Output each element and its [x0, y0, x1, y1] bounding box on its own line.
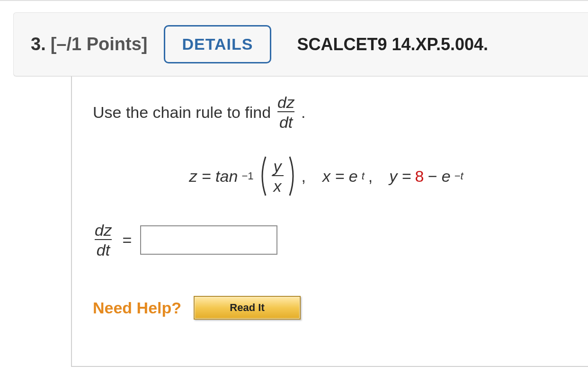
equation-line: z = tan−1 y x , x = et , y = 8 − e−t	[93, 156, 560, 196]
instruction-suffix: .	[301, 103, 305, 122]
right-paren-icon	[287, 156, 298, 196]
answer-input[interactable]	[140, 225, 277, 255]
x-exp: t	[362, 170, 365, 182]
instruction-prefix: Use the chain rule to find	[93, 103, 271, 122]
y-exp: −t	[454, 170, 463, 182]
frac-den: dt	[277, 111, 294, 130]
q-number-text: 3.	[31, 34, 46, 54]
y-over-x-fraction: y x	[272, 158, 284, 194]
z-equals-tan: z = tan	[189, 167, 238, 186]
instruction-text: Use the chain rule to find dz dt .	[93, 89, 588, 130]
need-help-row: Need Help? Read It	[93, 296, 588, 320]
equals-sign: =	[122, 231, 132, 249]
points-text: [–/1 Points]	[51, 34, 148, 54]
dz-dt-fraction: dz dt	[276, 94, 296, 130]
y-constant: 8	[415, 167, 424, 186]
question-header: 3. [–/1 Points] DETAILS SCALCET9 14.XP.5…	[13, 12, 588, 76]
tan-exponent: −1	[241, 170, 253, 182]
yx-den: x	[272, 175, 284, 194]
details-button[interactable]: DETAILS	[164, 25, 272, 63]
answer-fraction: dz dt	[93, 222, 114, 258]
question-body: Use the chain rule to find dz dt . z = t…	[71, 76, 588, 367]
need-help-label: Need Help?	[93, 299, 181, 317]
question-number: 3. [–/1 Points]	[31, 34, 148, 54]
y-equals: y =	[389, 167, 411, 186]
eq-comma2: ,	[368, 167, 373, 186]
ans-frac-num: dz	[93, 222, 114, 239]
ans-frac-den: dt	[95, 239, 112, 258]
y-minus-e: − e	[428, 167, 450, 186]
problem-reference: SCALCET9 14.XP.5.004.	[297, 35, 488, 54]
left-paren-icon	[258, 156, 268, 196]
yx-num: y	[272, 158, 284, 175]
frac-num: dz	[276, 94, 296, 111]
answer-row: dz dt =	[93, 222, 588, 258]
eq-comma1: ,	[302, 167, 306, 186]
x-equals-e: x = e	[322, 167, 358, 186]
read-it-button[interactable]: Read It	[194, 296, 301, 320]
